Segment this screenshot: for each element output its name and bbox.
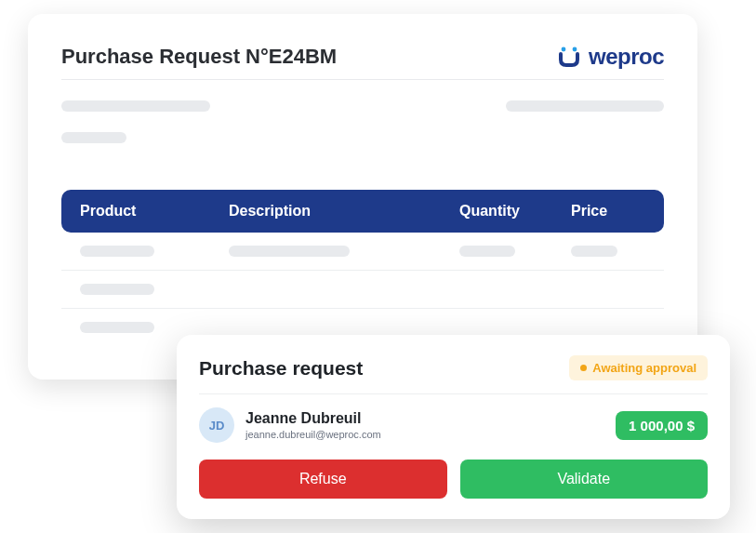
avatar: JD [199,407,234,443]
requester-row: JD Jeanne Dubreuil jeanne.dubreuil@wepro… [199,407,708,443]
col-header-price: Price [571,203,645,220]
amount-badge: 1 000,00 $ [616,411,708,440]
page-title: Purchase Request N°E24BM [61,45,337,69]
col-header-description: Description [229,203,459,220]
approval-card: Purchase request Awaiting approval JD Je… [177,335,730,519]
header-divider [61,79,664,80]
brand-name: weproc [589,44,664,70]
approval-header: Purchase request Awaiting approval [199,355,708,380]
weproc-icon [557,45,581,69]
action-buttons: Refuse Validate [199,460,708,499]
table-row [61,233,664,271]
svg-point-0 [562,47,566,52]
table-header-row: Product Description Quantity Price [61,190,664,233]
requester-name: Jeanne Dubreuil [245,410,381,427]
validate-button[interactable]: Validate [460,460,709,499]
approval-title: Purchase request [199,357,363,380]
approval-divider [199,393,708,394]
svg-point-1 [573,47,577,52]
refuse-button[interactable]: Refuse [199,460,447,499]
purchase-request-document: Purchase Request N°E24BM weproc Product … [28,14,697,380]
col-header-product: Product [80,203,229,220]
document-header: Purchase Request N°E24BM weproc [61,44,664,70]
col-header-quantity: Quantity [459,203,571,220]
requester-email: jeanne.dubreuil@weproc.com [245,429,381,440]
meta-placeholders [61,100,664,143]
status-text: Awaiting approval [592,361,696,375]
brand-logo: weproc [557,44,664,70]
status-badge: Awaiting approval [569,355,708,380]
table-row [61,271,664,309]
status-dot-icon [580,365,587,371]
